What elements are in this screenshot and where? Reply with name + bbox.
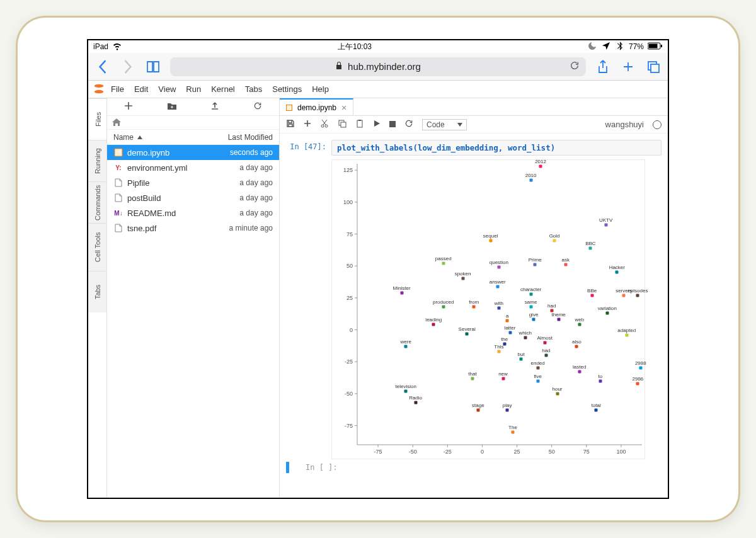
rail-tab-files[interactable]: Files <box>88 98 106 140</box>
chart-point-label: 2986 <box>632 376 643 382</box>
chart-point <box>400 291 403 294</box>
svg-rect-2 <box>661 45 662 47</box>
chart-point-label: answer <box>490 279 506 285</box>
tabs-button[interactable] <box>645 59 662 75</box>
forward-button[interactable] <box>120 59 136 75</box>
chart-point-label: stage <box>472 403 484 408</box>
menu-kernel[interactable]: Kernel <box>211 84 235 94</box>
menu-settings[interactable]: Settings <box>272 84 302 94</box>
run-icon[interactable] <box>373 120 381 129</box>
kernel-indicator-icon <box>653 120 662 129</box>
file-row[interactable]: Y: environment.yml a day ago <box>107 160 279 175</box>
file-header-name[interactable]: Name <box>113 133 134 142</box>
svg-point-9 <box>325 125 328 127</box>
chart-point-label: from <box>469 299 479 305</box>
chart-point-label: Minister <box>393 285 411 291</box>
file-name: tsne.pdf <box>127 224 229 233</box>
file-modified: seconds ago <box>230 148 273 157</box>
chart-point-label: produced <box>433 299 454 305</box>
chart-point-label: hour <box>552 386 562 392</box>
chart-point <box>432 323 435 326</box>
upload-icon[interactable] <box>210 101 219 113</box>
file-modified: a minute ago <box>229 224 273 232</box>
svg-point-6 <box>94 90 104 94</box>
menu-file[interactable]: File <box>111 84 124 94</box>
chart-point <box>536 367 539 370</box>
tab-demo-ipynb[interactable]: demo.ipynb × <box>280 98 353 115</box>
chart-point <box>575 345 578 348</box>
jupyter-menubar: File Edit View Run Kernel Tabs Settings … <box>88 81 668 98</box>
restart-icon[interactable] <box>404 119 413 130</box>
chart-point <box>544 354 547 357</box>
new-folder-icon[interactable] <box>167 101 177 113</box>
chart-point-label: television <box>395 384 416 389</box>
tab-label: demo.ipynb <box>297 103 336 112</box>
menu-help[interactable]: Help <box>312 84 329 94</box>
paste-icon[interactable] <box>355 119 364 130</box>
chart-point-label: which <box>519 330 532 336</box>
menu-edit[interactable]: Edit <box>134 84 148 94</box>
file-header-modified[interactable]: Last Modified <box>210 133 279 142</box>
rail-tab-commands[interactable]: Commands <box>88 181 106 223</box>
save-icon[interactable] <box>286 119 295 130</box>
menu-tabs[interactable]: Tabs <box>245 84 262 94</box>
file-row[interactable]: tsne.pdf a minute ago <box>107 220 279 236</box>
back-button[interactable] <box>94 59 111 75</box>
chart-point-label: also <box>572 339 581 345</box>
svg-text:25: 25 <box>346 295 353 301</box>
chart-point <box>466 332 469 335</box>
celltype-select[interactable]: Code <box>422 119 467 130</box>
menu-run[interactable]: Run <box>186 84 201 94</box>
insert-cell-icon[interactable] <box>304 120 311 129</box>
reload-icon[interactable] <box>570 60 580 72</box>
file-type-icon: Y: <box>113 163 123 173</box>
chart-point-label: Hacker <box>609 265 625 270</box>
battery-icon <box>648 42 663 52</box>
stop-icon[interactable] <box>389 120 396 129</box>
battery-label: 77% <box>629 42 644 51</box>
chart-point <box>636 382 639 385</box>
url-bar[interactable]: hub.mybinder.org <box>170 57 586 76</box>
svg-text:75: 75 <box>583 449 590 455</box>
chart-point-label: 2010 <box>525 173 537 178</box>
chart-point <box>532 318 536 321</box>
cell-code[interactable]: plot_with_labels(low_dim_embedding, word… <box>331 140 662 156</box>
rail-tab-celltools[interactable]: Cell Tools <box>88 223 106 271</box>
file-row[interactable]: postBuild a day ago <box>107 190 279 205</box>
menu-view[interactable]: View <box>158 84 176 94</box>
bluetooth-icon <box>615 41 625 53</box>
chart-point <box>578 323 581 326</box>
rail-tab-running[interactable]: Running <box>88 140 106 181</box>
chart-point-label: new <box>498 371 508 377</box>
file-type-icon <box>113 223 123 233</box>
chart-point <box>616 271 619 274</box>
location-icon <box>601 41 611 53</box>
chart-point <box>506 319 509 323</box>
moon-icon <box>587 41 597 53</box>
refresh-icon[interactable] <box>253 101 262 113</box>
file-row[interactable]: Pipfile a day ago <box>107 175 279 190</box>
new-tab-button[interactable] <box>620 59 636 75</box>
file-name: postBuild <box>127 193 239 203</box>
new-launcher-icon[interactable] <box>124 101 133 113</box>
chart-point <box>442 262 445 265</box>
chart-point-label: UKTV <box>599 217 612 223</box>
file-row[interactable]: demo.ipynb seconds ago <box>107 145 279 160</box>
svg-rect-7 <box>115 149 122 156</box>
kernel-name[interactable]: wangshuyi <box>605 120 644 129</box>
rail-tab-tabs[interactable]: Tabs <box>88 271 106 312</box>
tab-close-icon[interactable]: × <box>341 103 346 113</box>
copy-icon[interactable] <box>338 119 346 130</box>
file-type-icon: M↓ <box>113 208 123 218</box>
svg-rect-13 <box>358 120 361 121</box>
bookmarks-button[interactable] <box>145 59 161 75</box>
file-row[interactable]: M↓ README.md a day ago <box>107 205 279 220</box>
code-cell[interactable]: In [47]: plot_with_labels(low_dim_embedd… <box>286 140 662 156</box>
chart-point <box>472 306 476 309</box>
share-button[interactable] <box>595 59 611 75</box>
chart-point <box>636 294 639 297</box>
svg-text:25: 25 <box>514 449 520 455</box>
wifi-icon <box>112 41 122 53</box>
cut-icon[interactable] <box>320 119 329 130</box>
breadcrumb-root-icon[interactable] <box>112 117 121 129</box>
